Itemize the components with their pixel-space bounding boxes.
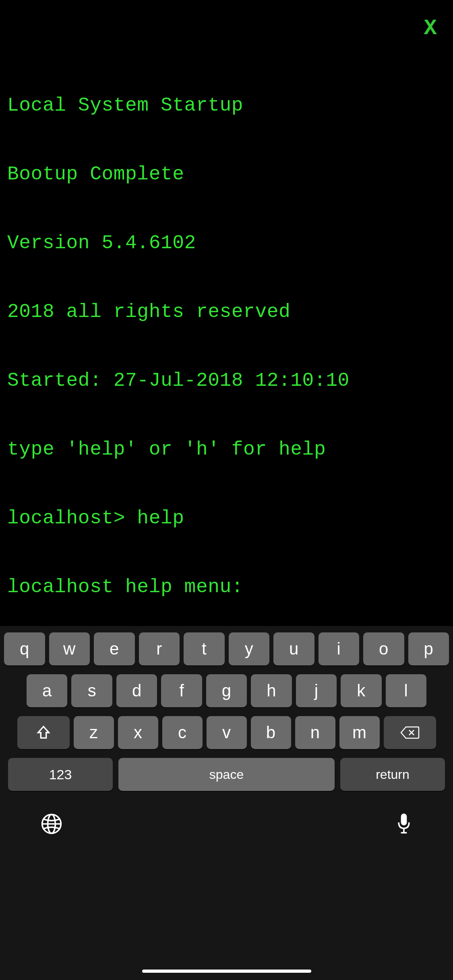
dictation-button[interactable] bbox=[395, 812, 413, 836]
key-backspace[interactable] bbox=[384, 716, 436, 749]
key-u[interactable]: u bbox=[273, 632, 314, 665]
key-q[interactable]: q bbox=[4, 632, 45, 665]
key-numbers[interactable]: 123 bbox=[8, 758, 113, 791]
key-m[interactable]: m bbox=[339, 716, 380, 749]
key-j[interactable]: j bbox=[296, 674, 337, 707]
key-n[interactable]: n bbox=[295, 716, 335, 749]
key-f[interactable]: f bbox=[161, 674, 202, 707]
key-g[interactable]: g bbox=[206, 674, 247, 707]
keyboard-row-3: z x c v b n m bbox=[4, 716, 449, 749]
terminal-line: Version 5.4.6102 bbox=[7, 232, 449, 255]
key-e[interactable]: e bbox=[94, 632, 135, 665]
key-l[interactable]: l bbox=[386, 674, 426, 707]
key-y[interactable]: y bbox=[229, 632, 270, 665]
key-o[interactable]: o bbox=[363, 632, 404, 665]
home-indicator[interactable] bbox=[142, 970, 311, 973]
key-p[interactable]: p bbox=[408, 632, 449, 665]
globe-button[interactable] bbox=[40, 813, 63, 835]
key-shift[interactable] bbox=[17, 716, 70, 749]
keyboard-row-1: q w e r t y u i o p bbox=[4, 632, 449, 665]
key-i[interactable]: i bbox=[319, 632, 360, 665]
terminal-line: Started: 27-Jul-2018 12:10:10 bbox=[7, 369, 449, 392]
key-space[interactable]: space bbox=[118, 758, 335, 791]
terminal-line: Local System Startup bbox=[7, 94, 449, 117]
keyboard-row-2: a s d f g h j k l bbox=[4, 674, 449, 707]
key-s[interactable]: s bbox=[71, 674, 112, 707]
key-k[interactable]: k bbox=[341, 674, 381, 707]
key-b[interactable]: b bbox=[251, 716, 291, 749]
key-h[interactable]: h bbox=[251, 674, 292, 707]
microphone-icon bbox=[395, 812, 413, 836]
terminal-line: Bootup Complete bbox=[7, 163, 449, 186]
close-button[interactable]: X bbox=[424, 16, 437, 41]
key-t[interactable]: t bbox=[184, 632, 225, 665]
key-c[interactable]: c bbox=[162, 716, 203, 749]
key-return[interactable]: return bbox=[340, 758, 445, 791]
key-d[interactable]: d bbox=[116, 674, 157, 707]
terminal-line: localhost> help bbox=[7, 507, 449, 530]
svg-rect-5 bbox=[401, 813, 407, 825]
key-a[interactable]: a bbox=[27, 674, 67, 707]
keyboard-bottom-row bbox=[4, 800, 449, 836]
onscreen-keyboard: q w e r t y u i o p a s d f g h j k l bbox=[0, 626, 453, 980]
keyboard-row-4: 123 space return bbox=[4, 758, 449, 791]
terminal-line: 2018 all rights reserved bbox=[7, 301, 449, 323]
app-screen: X Local System Startup Bootup Complete V… bbox=[0, 0, 453, 980]
globe-icon bbox=[40, 813, 63, 835]
key-x[interactable]: x bbox=[118, 716, 158, 749]
key-w[interactable]: w bbox=[49, 632, 90, 665]
shift-icon bbox=[35, 725, 52, 741]
terminal-line: localhost help menu: bbox=[7, 576, 449, 599]
key-z[interactable]: z bbox=[74, 716, 114, 749]
key-v[interactable]: v bbox=[207, 716, 247, 749]
key-r[interactable]: r bbox=[139, 632, 180, 665]
terminal-line: type 'help' or 'h' for help bbox=[7, 438, 449, 461]
backspace-icon bbox=[400, 725, 420, 740]
